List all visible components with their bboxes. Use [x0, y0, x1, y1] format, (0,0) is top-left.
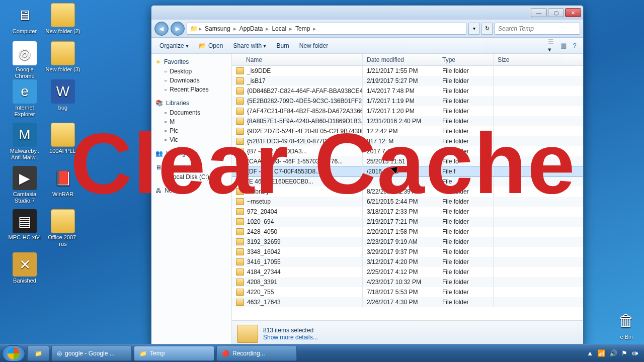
col-size[interactable]: Size [494, 54, 583, 65]
desktop-icon[interactable]: 📕WinRAR [45, 166, 80, 198]
taskbar-item-label: google - Google ... [65, 350, 115, 357]
file-row[interactable]: {9D2E2D7D-524F-4F20-8F05-C2F9B7430B...12… [232, 126, 583, 136]
favorites-header[interactable]: ★Favorites [151, 57, 231, 67]
file-row[interactable]: 3192_326592/23/2017 9:19 AMFile folder [232, 237, 583, 247]
file-row[interactable]: 1020_6942/19/2017 7:21 PMFile folder [232, 217, 583, 227]
file-row[interactable]: {5E2B0282-709D-4DE5-9C3C-136B01FF2F...1/… [232, 96, 583, 106]
share-button[interactable]: Share with ▾ [229, 41, 270, 51]
file-row[interactable]: _is9DDE1/21/2017 1:55 PMFile folder [232, 66, 583, 76]
tray-icon[interactable]: 📶 [597, 349, 605, 357]
nav-item[interactable]: ▫Downloads [151, 76, 231, 85]
icon-label: WinRAR [45, 191, 80, 198]
file-row[interactable]: ~rnsetup6/21/2015 2:44 PMFile folder [232, 197, 583, 207]
file-row[interactable]: {7AF47C21-0F84-4B2F-8528-DA672A3366...1/… [232, 106, 583, 116]
network-header[interactable]: 🖧Network [151, 186, 231, 196]
view-options-icon[interactable]: ☰ ▾ [548, 41, 557, 50]
col-type[interactable]: Type [438, 54, 494, 65]
desktop-icon[interactable]: New folder (2) [45, 3, 80, 35]
preview-pane-icon[interactable]: ▥ [559, 41, 568, 50]
desktop-icon[interactable]: Wbug [45, 79, 80, 111]
nav-item[interactable]: ▫Documents [151, 108, 231, 117]
desktop-icon[interactable]: 100APPLE [45, 123, 80, 154]
nav-item[interactable]: ▫Desktop [151, 67, 231, 76]
address-bar[interactable]: 📁▸Samsung▸AppData▸Local▸Temp▸ [187, 23, 466, 35]
desktop-icon[interactable]: New folder (3) [45, 41, 80, 73]
burn-button[interactable]: Burn [272, 41, 293, 51]
taskbar-item[interactable]: 🔴Recording... [216, 346, 297, 361]
file-row[interactable]: {B7 -4842 A38DDA3...2017 7:44 PMFile fol… [232, 146, 583, 156]
libraries-header[interactable]: 📚Libraries [151, 98, 231, 108]
close-button[interactable]: ✕ [565, 8, 581, 17]
refresh-button[interactable]: ↻ [481, 23, 493, 35]
file-row[interactable]: {DF -4BC C7-00F4553D8.../2016 2:46 PFile… [232, 166, 583, 176]
breadcrumb-item[interactable]: Temp [293, 25, 312, 32]
nav-item[interactable]: ▫M [151, 117, 231, 126]
desktop-icon[interactable]: 🖥Computer [7, 3, 42, 35]
icon-label: 100APPLE [45, 148, 80, 154]
file-name: {DF -4BC C7-00F4553D8... [247, 168, 320, 175]
file-row[interactable]: 4208_33914/23/2017 10:32 PMFile folder [232, 277, 583, 287]
col-name[interactable]: Name [232, 54, 363, 65]
desktop-icon[interactable]: eInternet Explorer [7, 79, 42, 118]
file-row[interactable]: 3348_160423/29/2017 9:37 PMFile folder [232, 247, 583, 257]
address-dropdown[interactable]: ▾ [468, 23, 479, 35]
file-name: {9D2E2D7D-524F-4F20-8F05-C2F9B7430B... [247, 128, 363, 135]
file-row[interactable]: 2428_40502/20/2017 1:58 PMFile folder [232, 227, 583, 237]
desktop-icon[interactable]: Office 2007-rus [45, 209, 80, 247]
breadcrumb-item[interactable]: Samsung [203, 25, 232, 32]
tray-icon[interactable]: ⚑ [621, 349, 627, 357]
desktop-icon[interactable]: ▶Camtasia Studio 7 [7, 166, 42, 204]
file-row[interactable]: {52B1FDD3-4978-42E0-877D-17EDA370EA...01… [232, 136, 583, 146]
file-row[interactable]: ~Library8/22/2019 11:39 AMFile folder [232, 187, 583, 197]
file-list[interactable]: _is9DDE1/21/2017 1:55 PMFile folder_isB1… [232, 66, 583, 320]
breadcrumb-item[interactable]: AppData [237, 25, 265, 32]
tray-icon[interactable]: 🕪 [631, 349, 638, 357]
maximize-button[interactable]: ▢ [548, 8, 564, 17]
tray-icon[interactable]: 🔊 [609, 349, 617, 357]
taskbar-item[interactable]: 📁Temp [134, 346, 214, 361]
app-icon [51, 209, 75, 233]
file-row[interactable]: {CAA024D3- -46F 1-55703BEF76...25/2015 1… [232, 156, 583, 166]
homegroup-header[interactable]: 👥Homegroup [151, 148, 231, 158]
titlebar: — ▢ ✕ [151, 6, 583, 20]
computer-header[interactable]: 🖥Computer [151, 162, 231, 172]
breadcrumb-item[interactable]: Local [270, 25, 288, 32]
file-type: File fo [438, 156, 494, 166]
start-button[interactable] [2, 345, 25, 361]
file-type: File folder [438, 267, 494, 277]
back-button[interactable]: ◄ [154, 22, 169, 36]
show-more-link[interactable]: Show more details... [263, 334, 318, 341]
nav-item[interactable]: ▫Pic [151, 126, 231, 135]
nav-item-icon: ▫ [165, 86, 167, 93]
desktop-icon[interactable]: MMalwareby.. Anti-Malw.. [7, 123, 42, 161]
file-row[interactable]: {0D846B27-C824-464F-AFAF-BBA938CE4...1/4… [232, 86, 583, 96]
col-date[interactable]: Date modified [363, 54, 438, 65]
file-row[interactable]: 4220_7557/18/2017 5:53 PMFile folder [232, 287, 583, 297]
newfolder-button[interactable]: New folder [295, 41, 332, 51]
open-button[interactable]: 📂Open [195, 41, 227, 51]
desktop-icon[interactable]: ◎Google Chrome [7, 41, 42, 79]
nav-item[interactable]: ▫Recent Places [151, 85, 231, 94]
pinned-explorer[interactable]: 📁 [27, 346, 49, 361]
file-row[interactable]: {8A8057E1-5F9A-4240-AB60-D1869D1B3...12/… [232, 116, 583, 126]
file-name: {E 46F- -E160EE0CB0... [247, 178, 313, 185]
search-input[interactable] [495, 23, 580, 35]
nav-item[interactable]: ▫Vic [151, 135, 231, 144]
taskbar-item[interactable]: ◎google - Google ... [51, 346, 132, 361]
desktop-icon[interactable]: ✕Banished [7, 252, 42, 284]
forward-button[interactable]: ► [171, 22, 185, 36]
nav-item[interactable]: ▫Local Disk (C:) [151, 172, 231, 182]
file-row[interactable]: _isB172/19/2017 5:27 PMFile folder [232, 76, 583, 86]
organize-button[interactable]: Organize ▾ [155, 41, 193, 51]
file-row[interactable]: {E 46F- -E160EE0CB0...File [232, 176, 583, 187]
minimize-button[interactable]: — [531, 8, 547, 17]
file-row[interactable]: 3416_170553/12/2017 4:20 PMFile folder [232, 257, 583, 267]
file-row[interactable]: 4632_176432/26/2017 4:30 PMFile folder [232, 297, 583, 307]
desktop-icon[interactable]: ▤MPC-HC x64 [7, 209, 42, 241]
file-row[interactable]: 972_204043/18/2017 2:33 PMFile folder [232, 207, 583, 217]
tray-icon[interactable]: ▲ [587, 349, 593, 357]
recycle-bin[interactable]: 🗑e Bin [609, 309, 644, 340]
file-name: {CAA024D3- -46F 1-55703BEF76... [247, 158, 343, 165]
help-icon[interactable]: ? [570, 41, 579, 50]
file-row[interactable]: 4184_273442/25/2017 4:12 PMFile folder [232, 267, 583, 277]
